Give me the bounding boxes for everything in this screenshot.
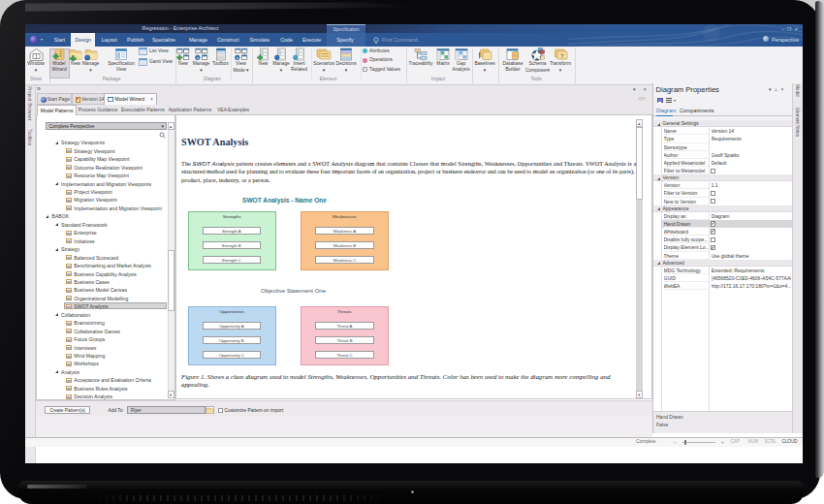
svg-text:T: T [560, 53, 564, 59]
